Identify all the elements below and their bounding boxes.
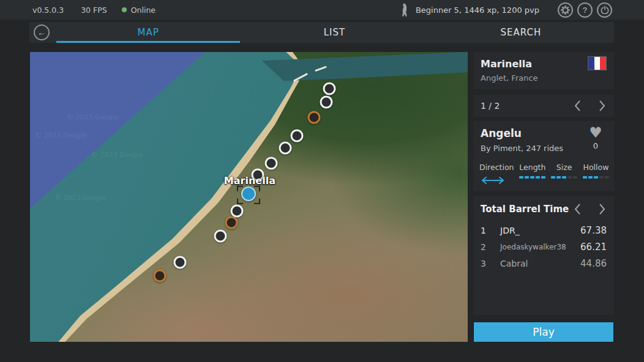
time-cell: 67.38: [580, 225, 607, 236]
attr-size: Size: [551, 163, 577, 185]
location-panel: Marinella Anglet, France: [473, 52, 614, 89]
map-marker[interactable]: [291, 129, 304, 142]
size-rating: [551, 176, 577, 179]
spot-attributes: Direction Length Size Hollow: [479, 163, 609, 185]
map-marker[interactable]: [308, 111, 321, 124]
play-button[interactable]: Play: [473, 322, 614, 342]
power-button[interactable]: [597, 2, 612, 18]
name-cell: Cabral: [500, 259, 580, 268]
tab-map[interactable]: MAP: [55, 22, 241, 43]
time-cell: 44.86: [580, 258, 607, 269]
next-page-button[interactable]: [595, 98, 609, 114]
chevron-left-icon: [574, 204, 581, 215]
map-marker[interactable]: [214, 229, 227, 242]
name-cell: JDR_: [500, 226, 580, 235]
online-dot-icon: [122, 7, 127, 12]
leaderboard-panel: Total Barrel Time 1 JDR_ 67.38 2 Joedask…: [473, 196, 614, 315]
chevron-right-icon: [599, 100, 605, 111]
name-cell: Joedaskywalker38: [500, 243, 580, 251]
map-marker[interactable]: [264, 157, 277, 170]
heart-icon: ♥: [586, 125, 605, 141]
leaderboard-next-button[interactable]: [595, 201, 609, 217]
map-marker[interactable]: [251, 168, 264, 181]
online-status-label: Online: [131, 6, 155, 15]
leaderboard-row: 2 Joedaskywalker38 66.21: [481, 238, 607, 255]
spot-panel: Angelu By Piment, 247 rides ♥ 0 Directio…: [473, 121, 614, 191]
surfer-icon: [399, 3, 411, 17]
direction-arrows-icon: [479, 176, 514, 185]
map-marker[interactable]: [154, 269, 167, 282]
tab-bar: ← MAP LIST SEARCH: [29, 22, 614, 43]
tab-list[interactable]: LIST: [241, 22, 427, 43]
help-button[interactable]: ?: [577, 2, 593, 18]
favorite-button[interactable]: ♥ 0: [586, 125, 605, 150]
selected-marker[interactable]: [241, 187, 256, 201]
map-marker[interactable]: [174, 256, 187, 269]
pagination-panel: 1 / 2: [473, 95, 614, 117]
back-button[interactable]: ←: [34, 24, 50, 40]
map-marker[interactable]: [225, 216, 238, 229]
hollow-rating: [583, 176, 609, 179]
prev-page-button[interactable]: [571, 98, 585, 114]
time-cell: 66.21: [580, 242, 607, 253]
location-region: Anglet, France: [481, 73, 607, 83]
leaderboard-row: 3 Cabral 44.86: [481, 255, 607, 272]
back-arrow-icon: ←: [37, 28, 46, 37]
leaderboard-prev-button[interactable]: [571, 201, 585, 217]
version-label: v0.5.0.3: [32, 6, 64, 15]
question-icon: ?: [583, 6, 588, 15]
attr-length: Length: [519, 163, 545, 185]
attr-hollow: Hollow: [583, 163, 609, 185]
google-watermark: © 2023 Google: [35, 131, 87, 139]
attr-direction: Direction: [479, 163, 514, 185]
power-icon: [601, 6, 609, 14]
chevron-left-icon: [574, 100, 581, 111]
pagination-label: 1 / 2: [481, 101, 500, 111]
rank-cell: 2: [481, 242, 500, 252]
player-rank-badge: Beginner 5, 1446 xp, 1200 pvp: [416, 6, 539, 15]
leaderboard-title: Total Barrel Time: [481, 204, 569, 215]
google-watermark: © 2023 Google: [67, 113, 119, 121]
rank-cell: 3: [481, 259, 500, 268]
map-view[interactable]: © 2023 Google © 2023 Google © 2023 Googl…: [30, 52, 468, 342]
leaderboard-row: 1 JDR_ 67.38: [481, 222, 607, 238]
tab-search[interactable]: SEARCH: [428, 22, 614, 43]
rank-cell: 1: [481, 226, 500, 235]
favorite-count: 0: [586, 141, 605, 150]
settings-button[interactable]: [558, 2, 573, 18]
map-marker[interactable]: [231, 205, 244, 218]
france-flag-icon: [588, 57, 606, 70]
gear-icon: [561, 6, 570, 15]
map-marker[interactable]: [279, 141, 291, 154]
fps-label: 30 FPS: [81, 6, 107, 15]
top-bar: v0.5.0.3 30 FPS Online Beginner 5, 1446 …: [0, 0, 644, 20]
map-marker[interactable]: [323, 83, 336, 95]
length-rating: [519, 176, 545, 179]
chevron-right-icon: [599, 204, 605, 215]
map-marker[interactable]: [320, 96, 333, 109]
